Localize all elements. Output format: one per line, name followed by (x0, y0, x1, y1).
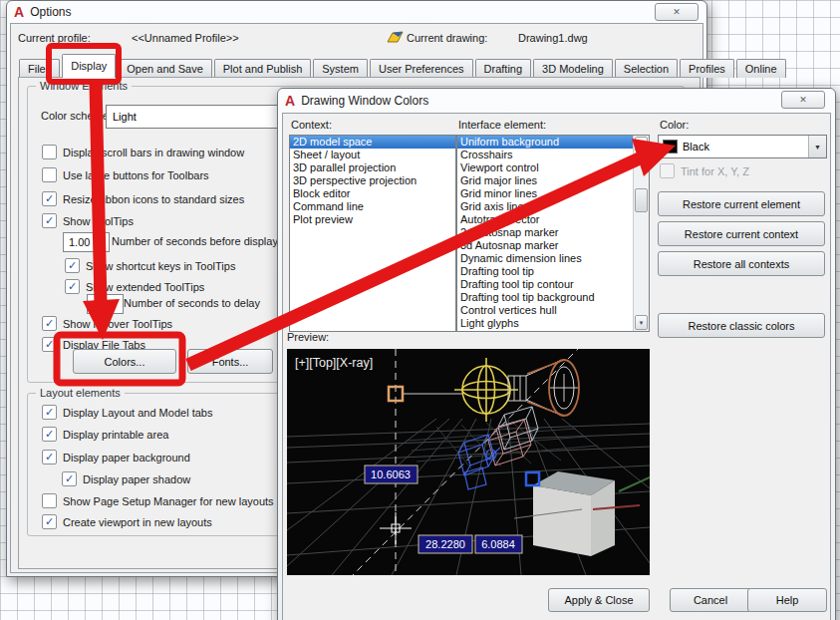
checkbox-row-resize-ribbon[interactable]: Resize ribbon icons to standard sizes (42, 191, 244, 206)
restore-current-context-button[interactable]: Restore current context (658, 221, 825, 246)
tab-user-preferences[interactable]: User Preferences (370, 59, 473, 78)
interface-item[interactable]: Drafting tool tip contour (457, 278, 634, 291)
preview-canvas: 10.6063 28.2280 6.0884 [+][Top][X-ray] (287, 349, 650, 575)
context-item[interactable]: 3D perspective projection (290, 174, 455, 187)
fonts-button[interactable]: Fonts... (187, 349, 273, 374)
checkbox-label: Create viewport in new layouts (63, 516, 212, 528)
checkbox[interactable] (42, 316, 57, 331)
tint-checkbox-label: Tint for X, Y, Z (681, 165, 749, 177)
options-close-button[interactable]: ✕ (655, 3, 699, 21)
colors-dialog-title: Drawing Window Colors (301, 94, 428, 108)
interface-item[interactable]: Grid major lines (457, 174, 634, 187)
interface-item[interactable]: Viewport control (457, 161, 634, 174)
colors-dialog-close-button[interactable]: ✕ (781, 91, 825, 109)
tab-drafting[interactable]: Drafting (475, 59, 532, 78)
interface-item[interactable]: 3d Autosnap marker (457, 239, 634, 252)
checkbox-row-show-tooltips[interactable]: Show ToolTips (42, 213, 134, 228)
tint-checkbox-row[interactable]: Tint for X, Y, Z (660, 163, 749, 178)
checkbox[interactable] (42, 514, 57, 529)
button-label: Apply & Close (564, 594, 633, 606)
checkbox-row-rollover-tooltips[interactable]: Show rollover ToolTips (42, 316, 172, 331)
checkbox[interactable] (42, 493, 57, 508)
tab-plot-and-publish[interactable]: Plot and Publish (214, 59, 312, 78)
interface-item[interactable]: Control vertices hull (457, 304, 634, 317)
interface-item[interactable]: Grid axis lines (457, 200, 634, 213)
interface-item[interactable]: Drafting tool tip background (457, 291, 634, 304)
checkbox[interactable] (660, 163, 675, 178)
tab-selection[interactable]: Selection (615, 59, 678, 78)
tab-profiles[interactable]: Profiles (680, 59, 734, 78)
interface-item[interactable]: Light glyphs (457, 317, 634, 330)
colors-dialog-client: Context: 2D model space Sheet / layout 3… (282, 113, 831, 620)
checkbox-row-scrollbars[interactable]: Display scroll bars in drawing window (42, 145, 244, 159)
current-profile-value: <<Unnamed Profile>> (132, 32, 239, 44)
interface-item[interactable]: Drafting tool tip (457, 265, 634, 278)
extended-delay-input[interactable]: 2 (87, 294, 124, 314)
checkbox-row-printable-area[interactable]: Display printable area (42, 427, 168, 442)
tab-display[interactable]: Display (62, 54, 116, 78)
checkbox[interactable] (42, 427, 57, 442)
context-item[interactable]: Sheet / layout (290, 149, 455, 161)
interface-item[interactable]: 2d Autosnap marker (457, 226, 634, 239)
colors-button[interactable]: Colors... (73, 349, 176, 374)
context-item[interactable]: Plot preview (290, 213, 455, 226)
checkbox-row-large-buttons[interactable]: Use large buttons for Toolbars (42, 167, 209, 182)
color-dropdown[interactable]: Black ▼ (658, 135, 827, 158)
checkbox-label: Display Layout and Model tabs (63, 407, 212, 419)
restore-current-element-button[interactable]: Restore current element (658, 191, 825, 216)
scroll-up-icon[interactable]: ▲ (635, 137, 648, 152)
checkbox-row-paper-background[interactable]: Display paper background (42, 450, 190, 465)
checkbox-row-extended-tooltips[interactable]: Show extended ToolTips (65, 279, 204, 294)
button-label: Restore all contexts (694, 258, 790, 270)
checkbox-row-layout-model-tabs[interactable]: Display Layout and Model tabs (42, 405, 212, 420)
context-item[interactable]: 2D model space (290, 136, 455, 149)
context-item[interactable]: Block editor (290, 187, 455, 200)
checkbox[interactable] (42, 167, 57, 182)
tab-3d-modeling[interactable]: 3D Modeling (533, 59, 613, 78)
interface-list-scrollbar[interactable]: ▲ ▼ (633, 136, 649, 331)
options-titlebar[interactable]: A Options (7, 1, 706, 23)
checkbox[interactable] (42, 405, 57, 420)
tab-online[interactable]: Online (736, 59, 786, 78)
checkbox[interactable] (42, 337, 57, 352)
color-label: Color: (660, 119, 689, 131)
checkbox[interactable] (42, 450, 57, 465)
interface-item[interactable]: Uniform background (457, 136, 634, 149)
layout-elements-title: Layout elements (36, 387, 125, 399)
restore-all-contexts-button[interactable]: Restore all contexts (658, 251, 825, 276)
interface-item[interactable]: Autotrack vector (457, 213, 634, 226)
checkbox-row-shortcut-keys[interactable]: Show shortcut keys in ToolTips (65, 258, 235, 273)
context-listbox[interactable]: 2D model space Sheet / layout 3D paralle… (289, 135, 456, 332)
checkbox-row-paper-shadow[interactable]: Display paper shadow (62, 471, 190, 486)
interface-item[interactable]: Crosshairs (457, 149, 634, 161)
chevron-down-icon[interactable]: ▼ (808, 136, 826, 157)
interface-element-listbox[interactable]: Uniform background Crosshairs Viewport c… (456, 135, 650, 332)
context-item[interactable]: 3D parallel projection (290, 161, 455, 174)
restore-classic-colors-button[interactable]: Restore classic colors (658, 313, 825, 338)
checkbox-row-page-setup-manager[interactable]: Show Page Setup Manager for new layouts (42, 493, 274, 508)
context-label: Context: (291, 119, 332, 131)
current-drawing-label: Current drawing: (407, 32, 487, 44)
button-label: Help (776, 594, 799, 606)
checkbox[interactable] (42, 213, 57, 228)
context-item[interactable]: Command line (290, 200, 455, 213)
checkbox[interactable] (65, 258, 80, 273)
svg-text:28.2280: 28.2280 (425, 538, 465, 550)
scroll-down-icon[interactable]: ▼ (635, 315, 648, 330)
checkbox-row-create-viewport[interactable]: Create viewport in new layouts (42, 514, 212, 529)
cancel-button[interactable]: Cancel (670, 588, 751, 612)
colors-dialog-titlebar[interactable]: A Drawing Window Colors (278, 89, 835, 113)
checkbox[interactable] (65, 279, 80, 294)
interface-item[interactable]: Dynamic dimension lines (457, 252, 634, 265)
apply-close-button[interactable]: Apply & Close (548, 588, 650, 612)
tooltip-delay-input[interactable]: 1.00 (63, 232, 110, 252)
tab-open-and-save[interactable]: Open and Save (118, 59, 211, 78)
tab-files[interactable]: Files (19, 59, 60, 78)
scrollbar-thumb[interactable] (635, 188, 648, 212)
checkbox[interactable] (42, 191, 57, 206)
help-button[interactable]: Help (747, 588, 827, 612)
interface-item[interactable]: Grid minor lines (457, 187, 634, 200)
checkbox[interactable] (62, 471, 77, 486)
tab-system[interactable]: System (313, 59, 368, 78)
checkbox[interactable] (42, 145, 57, 159)
